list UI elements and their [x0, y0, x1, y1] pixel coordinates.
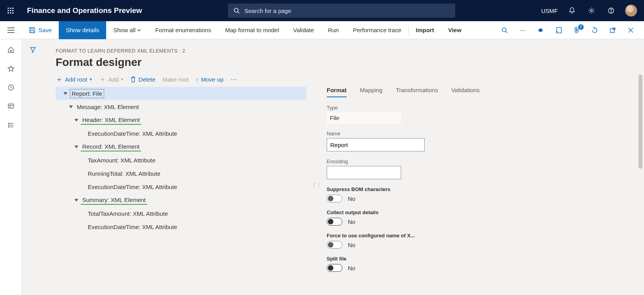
performance-trace-button[interactable]: Performance trace: [346, 21, 408, 39]
trash-icon: [130, 76, 136, 82]
filter-icon[interactable]: [29, 46, 36, 295]
save-button[interactable]: Save: [22, 21, 59, 39]
svg-point-2: [12, 7, 14, 9]
tree-row[interactable]: Record: XML Element: [56, 140, 306, 153]
map-format-button[interactable]: Map format to model: [218, 21, 286, 39]
tree-row[interactable]: ExecutionDateTime: XML Attribute: [56, 180, 306, 193]
show-all-button[interactable]: Show all: [106, 21, 148, 39]
svg-point-34: [8, 123, 9, 124]
show-details-button[interactable]: Show details: [59, 21, 106, 39]
run-button[interactable]: Run: [321, 21, 346, 39]
svg-point-4: [10, 10, 11, 11]
suppress-bom-value: No: [348, 195, 355, 202]
tree-row[interactable]: TaxAmount: XML Attribute: [56, 153, 306, 167]
delete-button[interactable]: Delete: [130, 76, 155, 83]
force-name-toggle[interactable]: [327, 241, 342, 249]
tree-twist[interactable]: [72, 199, 81, 202]
avatar[interactable]: [625, 5, 637, 16]
bell-icon[interactable]: [566, 5, 577, 16]
force-name-label: Force to use configured name of X...: [327, 233, 632, 239]
svg-point-13: [611, 12, 611, 12]
search-input[interactable]: Search for a page: [228, 4, 455, 18]
tab-mapping[interactable]: Mapping: [360, 87, 383, 97]
svg-point-20: [502, 28, 506, 32]
svg-rect-22: [557, 27, 561, 33]
tree-twist[interactable]: [61, 92, 70, 95]
force-name-value: No: [348, 242, 355, 248]
suppress-bom-toggle[interactable]: [327, 195, 342, 202]
waffle-button[interactable]: [0, 7, 21, 14]
svg-point-3: [7, 10, 9, 11]
scrollbar[interactable]: [639, 75, 642, 169]
splitter-handle[interactable]: ⋮⋮: [315, 87, 318, 283]
modules-icon[interactable]: [7, 122, 14, 130]
add-button[interactable]: ＋Add▾: [99, 76, 124, 83]
svg-rect-28: [8, 104, 14, 108]
tree-label: ExecutionDateTime: XML Attribute: [86, 183, 179, 191]
tree-row[interactable]: Report: File: [56, 87, 306, 100]
attach-icon[interactable]: 0: [571, 27, 582, 34]
help-icon[interactable]: [606, 5, 617, 16]
tree-row[interactable]: ExecutionDateTime: XML Attribute: [56, 127, 306, 140]
tree-label: Report: File: [70, 89, 104, 98]
dataverse-icon[interactable]: [535, 27, 546, 34]
tree-row[interactable]: Header: XML Element: [56, 113, 306, 127]
company-code[interactable]: USMF: [541, 7, 558, 14]
tree-more-icon[interactable]: ⋯: [231, 76, 237, 83]
tree-twist[interactable]: [67, 106, 75, 108]
page-title: Format designer: [56, 56, 644, 69]
collect-output-value: No: [348, 219, 355, 225]
collect-output-toggle[interactable]: [327, 218, 342, 226]
tab-transformations[interactable]: Transformations: [396, 87, 438, 97]
svg-line-21: [506, 31, 507, 33]
workspaces-icon[interactable]: [7, 103, 14, 111]
search-icon: [233, 7, 240, 14]
app-title: Finance and Operations Preview: [27, 6, 142, 15]
suppress-bom-label: Suppress BOM characters: [327, 186, 632, 192]
recent-icon[interactable]: [7, 84, 14, 93]
svg-point-8: [12, 12, 14, 14]
svg-rect-18: [31, 27, 33, 29]
validate-button[interactable]: Validate: [286, 21, 321, 39]
tree-twist[interactable]: [72, 119, 81, 122]
refresh-icon[interactable]: [589, 27, 600, 34]
collect-output-label: Collect output details: [327, 209, 632, 215]
tree-label: TotalTaxAmount: XML Attribute: [86, 209, 170, 218]
tree-label: Message: XML Element: [75, 103, 141, 111]
tab-format[interactable]: Format: [327, 87, 347, 97]
waffle-icon: [7, 7, 14, 14]
tree-row[interactable]: ExecutionDateTime: XML Attribute: [56, 220, 306, 233]
tree-row[interactable]: Message: XML Element: [56, 100, 306, 113]
gear-icon[interactable]: [586, 5, 597, 16]
office-icon[interactable]: [553, 27, 564, 34]
chevron-down-icon: [137, 29, 141, 31]
tree-label: RunningTotal: XML Attribute: [86, 169, 162, 178]
split-file-toggle[interactable]: [327, 264, 342, 272]
format-enumerations-button[interactable]: Format enumerations: [148, 21, 218, 39]
close-icon[interactable]: [625, 27, 636, 33]
tree-twist[interactable]: [72, 146, 81, 148]
tree-row[interactable]: RunningTotal: XML Attribute: [56, 167, 306, 180]
star-icon[interactable]: [7, 65, 14, 74]
name-input[interactable]: [327, 138, 425, 151]
tree-label: ExecutionDateTime: XML Attribute: [86, 129, 179, 138]
breadcrumb: FORMAT TO LEARN DEFERRED XML ELEMENTS : …: [56, 48, 644, 54]
tree-row[interactable]: Summary: XML Element: [56, 193, 306, 207]
popout-icon[interactable]: [607, 27, 618, 33]
encoding-input[interactable]: [327, 166, 401, 179]
move-up-button[interactable]: ↑Move up: [195, 76, 223, 83]
view-button[interactable]: View: [441, 21, 469, 39]
hamburger-button[interactable]: [0, 21, 22, 39]
tree-label: TaxAmount: XML Attribute: [86, 156, 157, 164]
home-icon[interactable]: [7, 46, 14, 55]
more-icon[interactable]: ⋯: [517, 27, 528, 34]
import-button[interactable]: Import: [409, 21, 441, 39]
add-root-button[interactable]: ＋Add root▾: [56, 76, 92, 83]
toolbar-search-icon[interactable]: [499, 27, 510, 33]
tree-label: Summary: XML Element: [81, 196, 147, 205]
tab-validations[interactable]: Validations: [451, 87, 479, 97]
tree-row[interactable]: TotalTaxAmount: XML Attribute: [56, 207, 306, 220]
split-file-label: Split file: [327, 256, 632, 262]
make-root-button[interactable]: Make root: [163, 76, 189, 83]
svg-point-35: [8, 125, 9, 126]
